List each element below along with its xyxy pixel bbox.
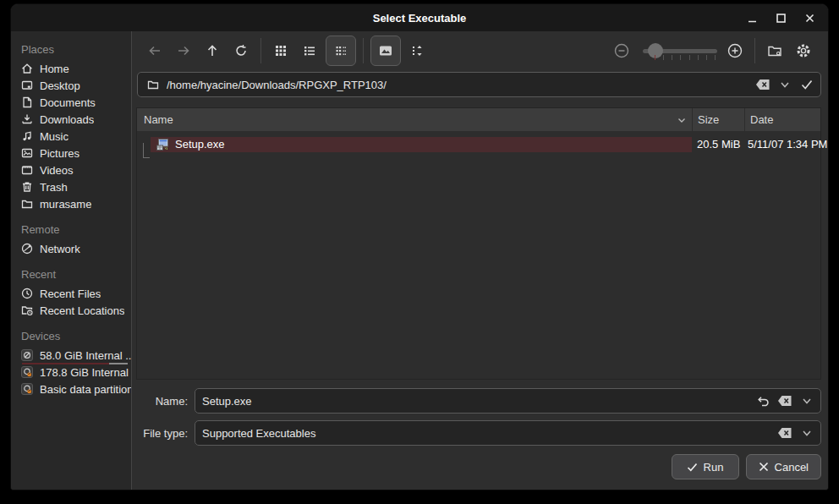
trash-icon [20, 180, 34, 194]
preview-toggle-button[interactable] [370, 36, 401, 66]
document-icon [20, 96, 34, 109]
confirm-path-icon[interactable] [798, 76, 815, 93]
harddisk-badge-icon [20, 382, 34, 396]
sidebar-item-desktop[interactable]: Desktop [20, 77, 131, 94]
video-icon [20, 163, 34, 177]
filetype-combobox[interactable]: Supported Executables [195, 420, 821, 446]
file-dialog-window: Select Executable Places Home [10, 3, 829, 490]
zoom-out-button[interactable] [609, 38, 634, 63]
exe-installer-icon [155, 137, 170, 152]
sidebar-item-videos[interactable]: Videos [20, 162, 131, 178]
section-recent: Recent [21, 268, 131, 281]
file-row-setup-exe[interactable]: Setup.exe 20.5 MiB 5/11/07 1:34 PM [137, 131, 820, 157]
column-header-date[interactable]: Date [744, 108, 820, 131]
location-bar-row: /home/hyacine/Downloads/RPGXP_RTP103/ [132, 70, 828, 107]
clock-icon [20, 287, 34, 300]
close-button[interactable] [799, 8, 820, 28]
sidebar-item-trash[interactable]: Trash [20, 178, 131, 195]
sidebar-item-label: 58.0 GiB Internal ... [40, 349, 131, 362]
sidebar-item-network[interactable]: Network [20, 240, 131, 257]
sidebar-item-label: murasame [40, 198, 91, 211]
maximize-button[interactable] [770, 8, 791, 28]
sidebar-item-label: Home [40, 63, 69, 75]
chevron-down-icon[interactable] [798, 392, 815, 409]
sidebar-item-device-basic-data[interactable]: Basic data partition [20, 381, 131, 397]
sidebar-item-device-58gib[interactable]: 58.0 GiB Internal ... [20, 347, 131, 364]
sidebar-item-label: Music [40, 130, 69, 143]
chevron-down-icon[interactable] [776, 76, 793, 93]
list-view-button[interactable] [297, 38, 322, 63]
home-icon [20, 62, 34, 75]
harddisk-badge-icon [20, 365, 34, 379]
sidebar-item-device-178gib[interactable]: 178.8 GiB Internal ... [20, 364, 131, 381]
sidebar-item-label: Pictures [40, 147, 80, 160]
sidebar-item-label: Network [40, 243, 80, 255]
sidebar-item-label: Recent Files [40, 288, 101, 300]
network-icon [20, 242, 34, 255]
column-header-name[interactable]: Name [137, 113, 692, 126]
file-size: 20.5 MiB [692, 131, 744, 157]
sidebar-item-label: Desktop [40, 79, 80, 92]
sidebar-item-documents[interactable]: Documents [20, 94, 131, 111]
sidebar-item-recent-locations[interactable]: Recent Locations [20, 302, 131, 319]
sidebar-item-recent-files[interactable]: Recent Files [20, 285, 131, 302]
cancel-button[interactable]: Cancel [746, 454, 821, 479]
column-header-name-label: Name [144, 113, 173, 126]
up-button[interactable] [200, 38, 225, 63]
column-header-size[interactable]: Size [692, 108, 744, 131]
settings-gear-icon[interactable] [791, 38, 816, 63]
dialog-buttons: Run Cancel [132, 452, 828, 490]
toolbar-separator [363, 38, 364, 63]
zoom-slider[interactable] [643, 42, 717, 59]
folder-clock-icon [20, 304, 34, 317]
column-header-size-label: Size [698, 113, 719, 126]
run-button[interactable]: Run [672, 454, 739, 479]
sidebar-item-murasame[interactable]: murasame [20, 195, 131, 212]
minimize-button[interactable] [742, 8, 762, 28]
back-button[interactable] [142, 38, 167, 63]
name-input[interactable]: Setup.exe [195, 388, 821, 414]
chevron-down-icon[interactable] [798, 425, 815, 441]
sidebar-item-pictures[interactable]: Pictures [20, 145, 131, 162]
sort-direction-icon [677, 115, 687, 125]
file-list-header: Name Size Date [137, 108, 820, 131]
zoom-in-button[interactable] [722, 38, 748, 63]
harddisk-icon [20, 348, 34, 362]
name-field-label: Name: [139, 395, 188, 408]
icons-view-button[interactable] [268, 38, 293, 63]
sidebar-item-label: Documents [40, 96, 96, 109]
folder-icon [20, 197, 34, 211]
places-panel: Places Home Desktop Documents Downloads [11, 31, 132, 490]
sidebar-item-label: Downloads [40, 113, 94, 126]
music-note-icon [20, 129, 34, 143]
download-icon [20, 112, 34, 126]
toolbar-separator [260, 38, 261, 63]
toolbar-separator [754, 38, 755, 63]
cancel-button-label: Cancel [775, 461, 809, 474]
reload-button[interactable] [228, 38, 254, 63]
sort-button[interactable] [404, 38, 430, 63]
forward-button[interactable] [171, 38, 196, 63]
desktop-icon [20, 79, 34, 92]
main-panel: /home/hyacine/Downloads/RPGXP_RTP103/ [132, 31, 828, 490]
file-name: Setup.exe [175, 138, 225, 151]
clear-text-icon[interactable] [754, 76, 771, 93]
sidebar-item-label: Trash [40, 181, 68, 194]
location-input[interactable]: /home/hyacine/Downloads/RPGXP_RTP103/ [137, 72, 821, 97]
clear-text-icon[interactable] [776, 425, 793, 441]
name-input-value: Setup.exe [202, 395, 749, 408]
new-folder-button[interactable] [762, 38, 787, 63]
undo-icon[interactable] [754, 392, 771, 409]
sidebar-item-home[interactable]: Home [20, 60, 131, 77]
titlebar[interactable]: Select Executable [11, 4, 828, 31]
sidebar-item-music[interactable]: Music [20, 128, 131, 145]
sidebar-item-label: Videos [40, 164, 74, 177]
detail-tree-view-button[interactable] [326, 36, 356, 66]
disk-usage-bar [22, 363, 128, 364]
sidebar-item-downloads[interactable]: Downloads [20, 111, 131, 128]
selected-file-highlight[interactable]: Setup.exe [151, 137, 692, 152]
folder-icon [145, 76, 162, 93]
file-date: 5/11/07 1:34 PM [744, 131, 820, 157]
sidebar-item-label: Basic data partition [40, 383, 131, 396]
clear-text-icon[interactable] [776, 392, 793, 409]
